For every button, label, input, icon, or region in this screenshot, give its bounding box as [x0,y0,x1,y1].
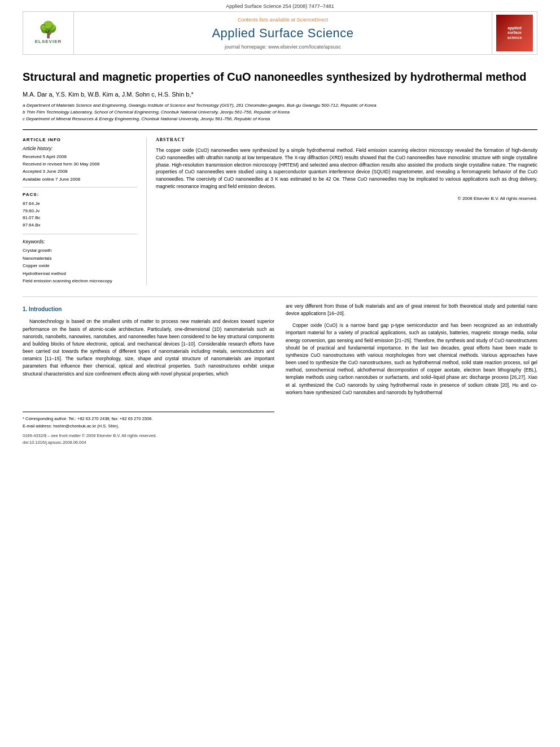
journal-center: Contents lists available at ScienceDirec… [74,12,492,54]
keywords-label: Keywords: [23,239,137,244]
main-body: 1. Introduction Nanotechnology is based … [23,296,537,446]
divider-1 [23,187,137,187]
intro-paragraph-3-right: Copper oxide (CuO) is a narrow band gap … [286,322,537,396]
article-info-column: ARTICLE INFO Article history: Received 5… [23,137,147,285]
abstract-text: The copper oxide (CuO) nanoneedles were … [156,147,537,190]
journal-title: Applied Surface Science [212,26,353,41]
affiliation-c: c Department of Mineral Resources & Ener… [23,116,537,123]
intro-paragraph-2-right: are very different from those of bulk ma… [286,303,537,317]
keyword-3: Copper oxide [23,262,137,270]
journal-header: 🌳 ELSEVIER Contents lists available at S… [23,11,537,55]
received-date: Received 5 April 2008 [23,154,137,160]
aps-logo-text: appliedsurfacescience [508,26,522,40]
doi-ref: doi:10.1016/j.apsusc.2008.06.004 [23,439,274,446]
affiliations: a Department of Materials Science and En… [23,102,537,123]
available-online-date: Available online 7 June 2008 [23,176,137,182]
accepted-date: Accepted 3 June 2008 [23,168,137,174]
divider-2 [23,234,137,234]
tree-icon: 🌳 [38,22,58,38]
bottom-refs: 0169-4332/$ – see front matter © 2008 El… [23,433,274,445]
journal-homepage: journal homepage: www.elsevier.com/locat… [225,44,341,50]
keyword-4: Hydrothermal method [23,270,137,278]
issn-ref: 0169-4332/$ – see front matter © 2008 El… [23,433,274,439]
pacs-list: 87.64.Je 79.60.Jv 81.07.Bc 87.64.Bx [23,200,137,229]
introduction-heading: 1. Introduction [23,305,274,314]
abstract-title: ABSTRACT [156,137,537,142]
abstract-column: ABSTRACT The copper oxide (CuO) nanoneed… [147,137,537,285]
keywords-list: Crystal growth Nanomaterials Copper oxid… [23,247,137,285]
aps-logo: appliedsurfacescience [496,15,533,51]
elsevier-logo: 🌳 ELSEVIER [32,18,65,49]
article-info-title: ARTICLE INFO [23,137,137,142]
article-title-section: Structural and magnetic properties of Cu… [23,58,537,130]
authors-text: M.A. Dar a, Y.S. Kim b, W.B. Kim a, J.M.… [23,91,194,98]
intro-paragraph-1: Nanotechnology is based on the smallest … [23,318,274,377]
pacs-label: PACS: [23,192,137,197]
aps-logo-box: appliedsurfacescience [492,12,537,54]
authors-line: M.A. Dar a, Y.S. Kim b, W.B. Kim a, J.M.… [23,91,537,98]
science-direct-info: Contents lists available at ScienceDirec… [238,17,328,23]
pacs-item-1: 87.64.Je [23,200,137,208]
article-info-abstract: ARTICLE INFO Article history: Received 5… [23,130,537,285]
email-footnote: E-mail address: hsshin@chonbuk.ac.kr (H.… [23,423,274,429]
received-revised-date: Received in revised form 30 May 2008 [23,161,137,167]
history-label: Article history: [23,146,137,151]
abstract-copyright: © 2008 Elsevier B.V. All rights reserved… [156,196,537,201]
footnote-area: * Corresponding author. Tel.: +82 63 270… [23,412,274,430]
science-direct-link[interactable]: ScienceDirect [297,17,329,23]
keyword-1: Crystal growth [23,247,137,255]
elsevier-label: ELSEVIER [35,39,62,44]
affiliation-b: b Thin Film Technology Laboratory, Schoo… [23,109,537,116]
corresponding-author-footnote: * Corresponding author. Tel.: +82 63 270… [23,416,274,422]
journal-citation: Applied Surface Science 254 (2008) 7477–… [23,0,537,11]
pacs-item-2: 79.60.Jv [23,208,137,215]
affiliation-a: a Department of Materials Science and En… [23,102,537,109]
keyword-2: Nanomaterials [23,255,137,263]
body-right-column: are very different from those of bulk ma… [286,303,537,446]
pacs-item-4: 87.64.Bx [23,222,137,229]
elsevier-tree-image: 🌳 ELSEVIER [32,18,65,49]
article-title: Structural and magnetic properties of Cu… [23,69,537,84]
citation-text: Applied Surface Science 254 (2008) 7477–… [226,3,334,9]
elsevier-logo-box: 🌳 ELSEVIER [23,12,74,54]
pacs-item-3: 81.07.Bc [23,215,137,222]
keyword-5: Field emission scanning electron microsc… [23,277,137,285]
body-left-column: 1. Introduction Nanotechnology is based … [23,303,274,446]
